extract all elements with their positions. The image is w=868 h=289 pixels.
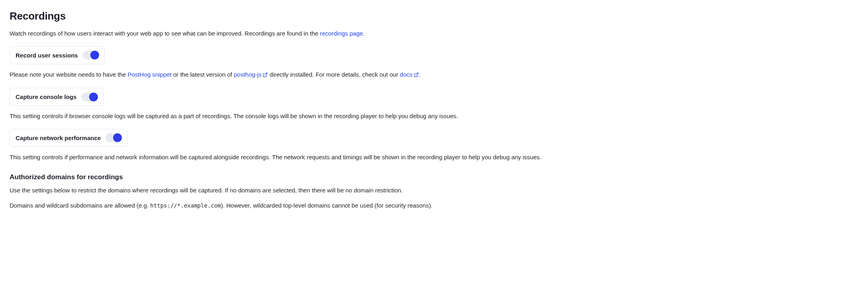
svg-line-1: [416, 73, 418, 75]
capture-network-performance-toggle[interactable]: [106, 133, 121, 142]
recordings-heading: Recordings: [10, 8, 858, 24]
docs-link-text: docs: [400, 71, 413, 78]
snippet-note: Please note your website needs to have t…: [10, 70, 858, 80]
authorized-domains-desc-1: Use the settings below to restrict the d…: [10, 186, 858, 195]
intro-text-end: .: [363, 30, 364, 37]
posthog-snippet-link[interactable]: PostHog snippet: [127, 71, 171, 78]
intro-text: Watch recordings of how users interact w…: [10, 30, 320, 37]
console-logs-description: This setting controls if browser console…: [10, 111, 858, 121]
network-performance-description: This setting controls if performance and…: [10, 152, 858, 162]
domains-desc2-b: ). However, wildcarded top-level domains…: [221, 202, 432, 209]
posthog-js-link-text: posthog-js: [234, 71, 261, 78]
note-text-1: Please note your website needs to have t…: [10, 71, 127, 78]
svg-line-0: [265, 73, 267, 75]
toggle-thumb: [113, 133, 122, 142]
note-text-2: or the latest version of: [171, 71, 234, 78]
record-user-sessions-card: Record user sessions: [10, 46, 105, 64]
wildcard-example-code: https://*.example.com: [150, 202, 221, 209]
note-text-3: directly installed. For more details, ch…: [268, 71, 400, 78]
external-link-icon: [414, 71, 419, 80]
capture-console-logs-toggle[interactable]: [82, 93, 98, 101]
authorized-domains-heading: Authorized domains for recordings: [10, 172, 858, 182]
recordings-intro: Watch recordings of how users interact w…: [10, 29, 858, 38]
capture-console-logs-card: Capture console logs: [10, 88, 104, 106]
posthog-js-link[interactable]: posthog-js: [234, 71, 268, 78]
capture-network-performance-card: Capture network performance: [10, 129, 127, 147]
recordings-page-link[interactable]: recordings page: [320, 30, 363, 37]
authorized-domains-desc-2: Domains and wildcard subdomains are allo…: [10, 201, 858, 210]
external-link-icon: [263, 71, 268, 80]
capture-console-logs-label: Capture console logs: [16, 92, 77, 101]
record-user-sessions-toggle[interactable]: [83, 51, 99, 59]
domains-desc2-a: Domains and wildcard subdomains are allo…: [10, 202, 150, 209]
docs-link[interactable]: docs: [400, 71, 419, 78]
capture-network-performance-label: Capture network performance: [16, 133, 101, 143]
toggle-thumb: [89, 93, 98, 101]
toggle-thumb: [90, 51, 99, 59]
record-user-sessions-label: Record user sessions: [16, 51, 78, 60]
note-text-4: .: [419, 71, 420, 78]
